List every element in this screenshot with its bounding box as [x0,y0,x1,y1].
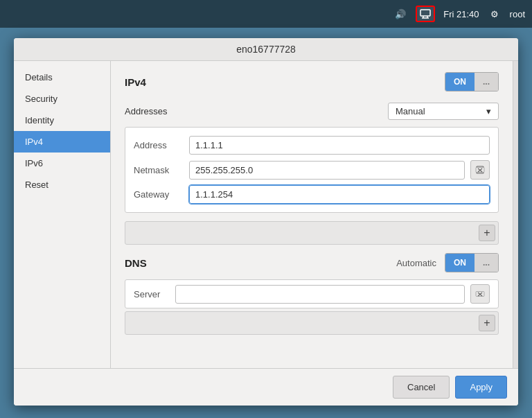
address-mode-dropdown[interactable]: Manual ▾ [388,103,499,120]
taskbar-user: root [510,9,525,19]
dropdown-chevron-icon: ▾ [486,106,491,116]
add-server-row: + [125,311,499,335]
server-card: Server [125,279,499,308]
network-dialog: eno16777728 Details Security Identity IP… [14,38,518,406]
netmask-field-label: Netmask [134,165,189,175]
volume-icon: 🔊 [393,7,407,21]
dns-toggle-on[interactable]: ON [445,254,475,272]
sidebar-item-ipv6[interactable]: IPv6 [14,153,110,174]
scrollbar[interactable] [513,61,518,368]
main-content: IPv4 ON ... Addresses Manual ▾ Address [111,61,513,368]
add-address-row: + [125,221,499,245]
address-mode-value: Manual [396,106,425,116]
address-card: Address Netmask [125,127,499,213]
ipv4-toggle-off[interactable]: ... [475,73,498,91]
addresses-row: Addresses Manual ▾ [125,103,499,120]
sidebar-item-identity[interactable]: Identity [14,110,110,131]
ipv4-section-header: IPv4 ON ... [125,72,499,92]
apply-button[interactable]: Apply [455,376,507,399]
dialog-footer: Cancel Apply [14,368,518,406]
gateway-field-row: Gateway [134,182,490,207]
sidebar-item-ipv4[interactable]: IPv4 [14,131,110,153]
cancel-button[interactable]: Cancel [393,376,450,399]
dialog-body: Details Security Identity IPv4 IPv6 Rese… [14,61,518,368]
dns-toggle[interactable]: ON ... [445,253,499,272]
address-input[interactable] [189,136,490,155]
ipv4-toggle[interactable]: ON ... [445,72,499,92]
ipv4-section-title: IPv4 [125,76,146,88]
sidebar-item-reset[interactable]: Reset [14,174,110,195]
sidebar-item-details[interactable]: Details [14,67,110,88]
taskbar: 🔊 Fri 21:40 ⚙ root [0,0,532,28]
gateway-field-label: Gateway [134,189,189,200]
addresses-label: Addresses [125,106,167,116]
network-manager-icon[interactable] [416,6,435,22]
address-field-label: Address [134,140,189,150]
gateway-input[interactable] [189,185,490,204]
server-row: Server [134,284,490,304]
address-field-row: Address [134,133,490,157]
taskbar-time: Fri 21:40 [443,9,479,19]
dns-section-header: DNS Automatic ON ... [125,253,499,272]
dns-automatic-label: Automatic [396,258,436,268]
server-label: Server [134,289,175,299]
add-server-button[interactable]: + [479,315,495,331]
dialog-titlebar: eno16777728 [14,38,518,61]
sidebar-item-security[interactable]: Security [14,88,110,110]
netmask-input[interactable] [189,161,465,180]
delete-entry-button[interactable] [470,160,490,180]
sidebar: Details Security Identity IPv4 IPv6 Rese… [14,61,111,368]
svg-rect-0 [420,10,430,16]
ipv4-toggle-on[interactable]: ON [445,73,475,91]
dns-section-title: DNS [125,257,391,269]
add-address-button[interactable]: + [479,225,495,241]
delete-server-button[interactable] [470,284,490,304]
server-input[interactable] [175,285,465,304]
user-icon: ⚙ [488,7,502,21]
netmask-field-row: Netmask [134,157,490,182]
dialog-title: eno16777728 [236,44,296,55]
dns-toggle-off[interactable]: ... [475,254,498,272]
